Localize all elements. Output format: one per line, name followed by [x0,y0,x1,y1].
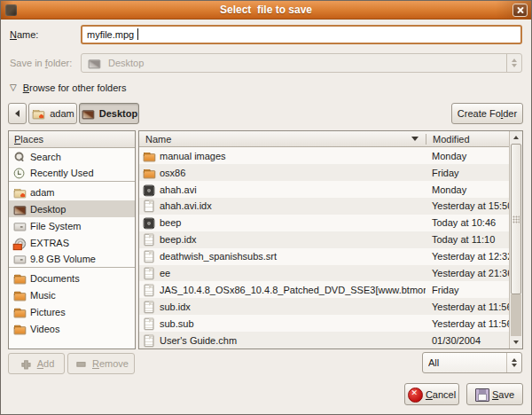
file-name: User's Guide.chm [160,335,237,346]
file-name: sub.sub [160,318,194,329]
file-modified: Yesterday at 12:32 [432,251,509,262]
place-label: 9.8 GB Volume [30,254,96,264]
file-icon [143,284,155,296]
column-header-modified[interactable]: Modified [426,134,509,145]
titlebar[interactable]: Select file to save [1,1,531,20]
path-segment-desktop[interactable]: Desktop [79,103,139,124]
file-modified: Today at 11:10 [432,234,495,245]
place-item[interactable]: Documents [9,270,135,286]
add-button[interactable]: Add [8,353,65,374]
file-row[interactable]: ee Yesterday at 21:36 [139,265,509,282]
file-name: ee [160,268,170,278]
file-row[interactable]: User's Guide.chm 01/30/2004 [139,332,509,348]
home-folder-icon [13,185,26,198]
save-floppy-icon [475,388,488,401]
scroll-down-button[interactable] [510,336,522,348]
file-row[interactable]: osx86 Friday [139,164,509,181]
close-button[interactable] [512,4,528,17]
path-segment-adam[interactable]: adam [28,103,77,124]
file-modified: Monday [432,184,466,195]
save-button[interactable]: Save [466,383,523,405]
file-modified: Yesterday at 21:36 [432,268,509,278]
file-row[interactable]: ahah.avi.idx Yesterday at 15:50 [139,198,509,215]
scroll-up-icon [513,136,519,139]
back-icon [15,110,20,117]
place-item[interactable]: EXTRAS [9,234,135,251]
place-label: Videos [30,324,59,334]
spin-up-icon [512,358,517,362]
file-name: ahah.avi [160,184,197,195]
place-item[interactable]: Pictures [9,303,135,320]
file-list: Name Modified manual images Monday osx86… [139,131,509,348]
file-row[interactable]: deathwish_spanishsubs.srt Yesterday at 1… [139,248,509,265]
combo-spinner [506,54,521,72]
file-row[interactable]: beep.idx Today at 11:10 [139,231,509,248]
column-header-name[interactable]: Name [139,134,426,145]
video-icon [143,183,155,195]
place-label: File System [30,221,81,231]
file-icon [143,267,155,279]
file-row[interactable]: manual images Monday [139,147,509,164]
places-header[interactable]: Places [9,131,135,148]
remove-button[interactable]: Remove [67,353,135,374]
plus-icon [20,357,32,370]
file-rows: manual images Monday osx86 Friday ahah.a… [139,147,509,348]
place-label: Music [30,290,56,301]
minus-icon [74,357,87,370]
place-item[interactable]: File System [9,217,135,234]
cancel-button[interactable]: Cancel [404,383,459,405]
file-modified: Yesterday at 11:56 [432,301,509,312]
clock-icon [13,167,26,179]
place-item[interactable]: Search [9,148,135,165]
place-label: Documents [30,273,80,284]
place-item[interactable]: Recently Used [9,165,135,182]
file-modified: Yesterday at 15:50 [432,200,509,211]
folder-icon [143,166,155,178]
filename-input[interactable] [81,25,522,44]
file-row[interactable]: sub.idx Yesterday at 11:56 [139,298,509,315]
create-folder-button[interactable]: Create Folder [451,103,523,124]
place-label: adam [30,187,55,198]
place-item[interactable]: 9.8 GB Volume [9,251,135,268]
file-modified: 01/30/2004 [432,335,481,346]
file-modified: Yesterday at 11:56 [432,318,509,329]
window-title: Select file to save [1,4,531,16]
drive-icon [13,253,26,265]
browse-folders-expander[interactable]: ▽ Browse for other folders [10,82,126,93]
vertical-scrollbar[interactable] [509,131,522,348]
scroll-down-icon [513,341,519,344]
file-row[interactable]: beep Today at 10:46 [139,215,509,231]
filter-value: All [428,357,439,368]
scrollbar-trough[interactable] [511,294,521,336]
place-label: Recently Used [30,168,94,178]
places-list: Search Recently Used adam Desktop File S… [9,148,135,337]
scroll-up-button[interactable] [510,131,522,144]
scrollbar-thumb[interactable] [511,144,521,294]
file-type-filter-combo[interactable]: All [422,352,522,373]
save-in-folder-combo[interactable]: Desktop [81,53,522,73]
file-modified: Friday [432,168,459,178]
place-item[interactable]: Music [9,286,135,303]
file-list-pane: Name Modified manual images Monday osx86… [138,130,523,349]
desktop-icon [13,202,26,215]
desktop-icon [88,57,100,69]
file-name: beep.idx [160,234,197,245]
file-name: deathwish_spanishsubs.srt [160,251,277,262]
search-icon [13,150,26,162]
place-label: Search [30,152,61,162]
file-row[interactable]: sub.sub Yesterday at 11:56 [139,315,509,332]
file-icon [143,301,155,313]
file-name: sub.idx [160,301,191,312]
file-icon [143,333,155,346]
place-item[interactable]: Videos [9,320,135,337]
file-row[interactable]: ahah.avi Monday [139,181,509,198]
place-item[interactable]: adam [9,184,135,200]
path-back-button[interactable] [8,103,27,124]
folder-icon [13,288,26,301]
file-row[interactable]: JAS_10.4.8_OSx86_10.4.8_Patched_DVD_SSE3… [139,281,509,298]
name-label: Name: [10,29,38,40]
cd-icon [13,236,26,248]
file-icon [143,233,155,246]
place-item[interactable]: Desktop [9,200,135,217]
file-name: beep [160,217,181,228]
